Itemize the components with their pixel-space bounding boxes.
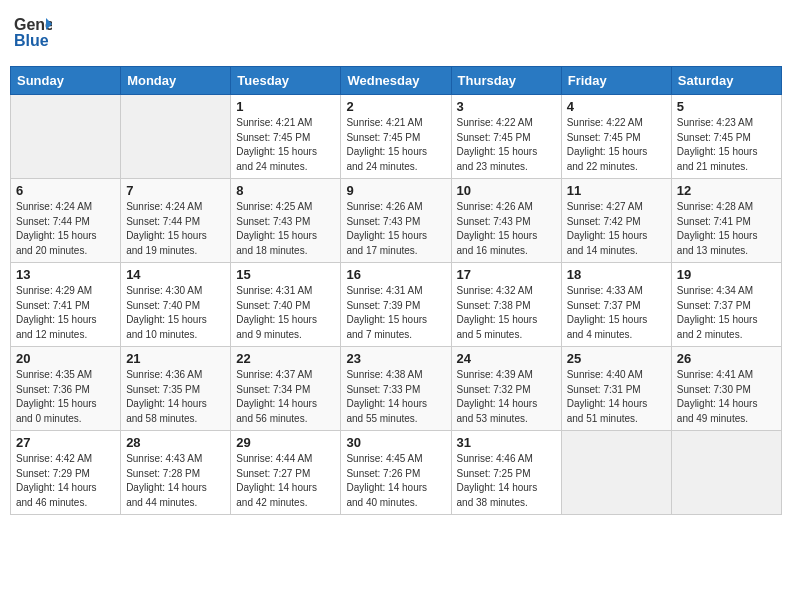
calendar-cell: 2Sunrise: 4:21 AM Sunset: 7:45 PM Daylig… <box>341 95 451 179</box>
calendar-cell: 8Sunrise: 4:25 AM Sunset: 7:43 PM Daylig… <box>231 179 341 263</box>
calendar-cell: 7Sunrise: 4:24 AM Sunset: 7:44 PM Daylig… <box>121 179 231 263</box>
calendar-cell: 17Sunrise: 4:32 AM Sunset: 7:38 PM Dayli… <box>451 263 561 347</box>
day-info: Sunrise: 4:31 AM Sunset: 7:39 PM Dayligh… <box>346 284 445 342</box>
day-info: Sunrise: 4:29 AM Sunset: 7:41 PM Dayligh… <box>16 284 115 342</box>
calendar-header-saturday: Saturday <box>671 67 781 95</box>
day-number: 30 <box>346 435 445 450</box>
calendar-cell: 26Sunrise: 4:41 AM Sunset: 7:30 PM Dayli… <box>671 347 781 431</box>
day-number: 2 <box>346 99 445 114</box>
day-number: 31 <box>457 435 556 450</box>
calendar-cell: 29Sunrise: 4:44 AM Sunset: 7:27 PM Dayli… <box>231 431 341 515</box>
calendar-cell: 18Sunrise: 4:33 AM Sunset: 7:37 PM Dayli… <box>561 263 671 347</box>
day-info: Sunrise: 4:36 AM Sunset: 7:35 PM Dayligh… <box>126 368 225 426</box>
calendar-header-tuesday: Tuesday <box>231 67 341 95</box>
calendar-cell: 30Sunrise: 4:45 AM Sunset: 7:26 PM Dayli… <box>341 431 451 515</box>
calendar-cell: 15Sunrise: 4:31 AM Sunset: 7:40 PM Dayli… <box>231 263 341 347</box>
day-info: Sunrise: 4:24 AM Sunset: 7:44 PM Dayligh… <box>16 200 115 258</box>
day-info: Sunrise: 4:43 AM Sunset: 7:28 PM Dayligh… <box>126 452 225 510</box>
day-number: 20 <box>16 351 115 366</box>
calendar-cell: 5Sunrise: 4:23 AM Sunset: 7:45 PM Daylig… <box>671 95 781 179</box>
day-info: Sunrise: 4:44 AM Sunset: 7:27 PM Dayligh… <box>236 452 335 510</box>
day-number: 15 <box>236 267 335 282</box>
day-number: 28 <box>126 435 225 450</box>
svg-text:Blue: Blue <box>14 32 49 49</box>
day-info: Sunrise: 4:37 AM Sunset: 7:34 PM Dayligh… <box>236 368 335 426</box>
day-info: Sunrise: 4:22 AM Sunset: 7:45 PM Dayligh… <box>567 116 666 174</box>
calendar-cell: 11Sunrise: 4:27 AM Sunset: 7:42 PM Dayli… <box>561 179 671 263</box>
day-info: Sunrise: 4:26 AM Sunset: 7:43 PM Dayligh… <box>346 200 445 258</box>
day-number: 22 <box>236 351 335 366</box>
day-number: 26 <box>677 351 776 366</box>
day-info: Sunrise: 4:46 AM Sunset: 7:25 PM Dayligh… <box>457 452 556 510</box>
day-info: Sunrise: 4:22 AM Sunset: 7:45 PM Dayligh… <box>457 116 556 174</box>
day-number: 12 <box>677 183 776 198</box>
calendar-cell: 13Sunrise: 4:29 AM Sunset: 7:41 PM Dayli… <box>11 263 121 347</box>
calendar-header-monday: Monday <box>121 67 231 95</box>
calendar-cell: 16Sunrise: 4:31 AM Sunset: 7:39 PM Dayli… <box>341 263 451 347</box>
day-number: 11 <box>567 183 666 198</box>
day-number: 9 <box>346 183 445 198</box>
day-number: 5 <box>677 99 776 114</box>
day-info: Sunrise: 4:31 AM Sunset: 7:40 PM Dayligh… <box>236 284 335 342</box>
day-number: 10 <box>457 183 556 198</box>
calendar-header-sunday: Sunday <box>11 67 121 95</box>
calendar-week-row: 20Sunrise: 4:35 AM Sunset: 7:36 PM Dayli… <box>11 347 782 431</box>
calendar-cell: 23Sunrise: 4:38 AM Sunset: 7:33 PM Dayli… <box>341 347 451 431</box>
calendar-cell <box>671 431 781 515</box>
calendar-week-row: 13Sunrise: 4:29 AM Sunset: 7:41 PM Dayli… <box>11 263 782 347</box>
calendar-cell: 12Sunrise: 4:28 AM Sunset: 7:41 PM Dayli… <box>671 179 781 263</box>
day-info: Sunrise: 4:24 AM Sunset: 7:44 PM Dayligh… <box>126 200 225 258</box>
header: General Blue <box>10 10 782 58</box>
day-number: 6 <box>16 183 115 198</box>
day-number: 7 <box>126 183 225 198</box>
calendar-week-row: 1Sunrise: 4:21 AM Sunset: 7:45 PM Daylig… <box>11 95 782 179</box>
logo: General Blue <box>14 10 52 58</box>
calendar-table: SundayMondayTuesdayWednesdayThursdayFrid… <box>10 66 782 515</box>
day-number: 1 <box>236 99 335 114</box>
day-number: 24 <box>457 351 556 366</box>
day-info: Sunrise: 4:39 AM Sunset: 7:32 PM Dayligh… <box>457 368 556 426</box>
calendar-cell: 28Sunrise: 4:43 AM Sunset: 7:28 PM Dayli… <box>121 431 231 515</box>
day-info: Sunrise: 4:25 AM Sunset: 7:43 PM Dayligh… <box>236 200 335 258</box>
day-info: Sunrise: 4:42 AM Sunset: 7:29 PM Dayligh… <box>16 452 115 510</box>
logo-graphic: General Blue <box>14 10 52 58</box>
calendar-cell: 31Sunrise: 4:46 AM Sunset: 7:25 PM Dayli… <box>451 431 561 515</box>
calendar-cell: 20Sunrise: 4:35 AM Sunset: 7:36 PM Dayli… <box>11 347 121 431</box>
day-info: Sunrise: 4:27 AM Sunset: 7:42 PM Dayligh… <box>567 200 666 258</box>
day-number: 13 <box>16 267 115 282</box>
calendar-header-friday: Friday <box>561 67 671 95</box>
day-number: 17 <box>457 267 556 282</box>
day-number: 8 <box>236 183 335 198</box>
day-info: Sunrise: 4:38 AM Sunset: 7:33 PM Dayligh… <box>346 368 445 426</box>
calendar-cell: 4Sunrise: 4:22 AM Sunset: 7:45 PM Daylig… <box>561 95 671 179</box>
calendar-cell: 3Sunrise: 4:22 AM Sunset: 7:45 PM Daylig… <box>451 95 561 179</box>
calendar-week-row: 6Sunrise: 4:24 AM Sunset: 7:44 PM Daylig… <box>11 179 782 263</box>
calendar-cell: 24Sunrise: 4:39 AM Sunset: 7:32 PM Dayli… <box>451 347 561 431</box>
day-info: Sunrise: 4:40 AM Sunset: 7:31 PM Dayligh… <box>567 368 666 426</box>
day-info: Sunrise: 4:35 AM Sunset: 7:36 PM Dayligh… <box>16 368 115 426</box>
day-info: Sunrise: 4:23 AM Sunset: 7:45 PM Dayligh… <box>677 116 776 174</box>
day-number: 27 <box>16 435 115 450</box>
calendar-cell: 6Sunrise: 4:24 AM Sunset: 7:44 PM Daylig… <box>11 179 121 263</box>
calendar-header-wednesday: Wednesday <box>341 67 451 95</box>
day-info: Sunrise: 4:26 AM Sunset: 7:43 PM Dayligh… <box>457 200 556 258</box>
day-info: Sunrise: 4:45 AM Sunset: 7:26 PM Dayligh… <box>346 452 445 510</box>
day-number: 14 <box>126 267 225 282</box>
day-info: Sunrise: 4:30 AM Sunset: 7:40 PM Dayligh… <box>126 284 225 342</box>
calendar-cell: 25Sunrise: 4:40 AM Sunset: 7:31 PM Dayli… <box>561 347 671 431</box>
calendar-cell: 21Sunrise: 4:36 AM Sunset: 7:35 PM Dayli… <box>121 347 231 431</box>
calendar-week-row: 27Sunrise: 4:42 AM Sunset: 7:29 PM Dayli… <box>11 431 782 515</box>
day-number: 4 <box>567 99 666 114</box>
calendar-cell: 14Sunrise: 4:30 AM Sunset: 7:40 PM Dayli… <box>121 263 231 347</box>
calendar-cell <box>561 431 671 515</box>
day-number: 23 <box>346 351 445 366</box>
day-number: 16 <box>346 267 445 282</box>
calendar-cell <box>11 95 121 179</box>
day-info: Sunrise: 4:33 AM Sunset: 7:37 PM Dayligh… <box>567 284 666 342</box>
calendar-cell: 9Sunrise: 4:26 AM Sunset: 7:43 PM Daylig… <box>341 179 451 263</box>
calendar-cell: 1Sunrise: 4:21 AM Sunset: 7:45 PM Daylig… <box>231 95 341 179</box>
day-info: Sunrise: 4:32 AM Sunset: 7:38 PM Dayligh… <box>457 284 556 342</box>
calendar-header-thursday: Thursday <box>451 67 561 95</box>
calendar-cell: 10Sunrise: 4:26 AM Sunset: 7:43 PM Dayli… <box>451 179 561 263</box>
day-info: Sunrise: 4:21 AM Sunset: 7:45 PM Dayligh… <box>346 116 445 174</box>
